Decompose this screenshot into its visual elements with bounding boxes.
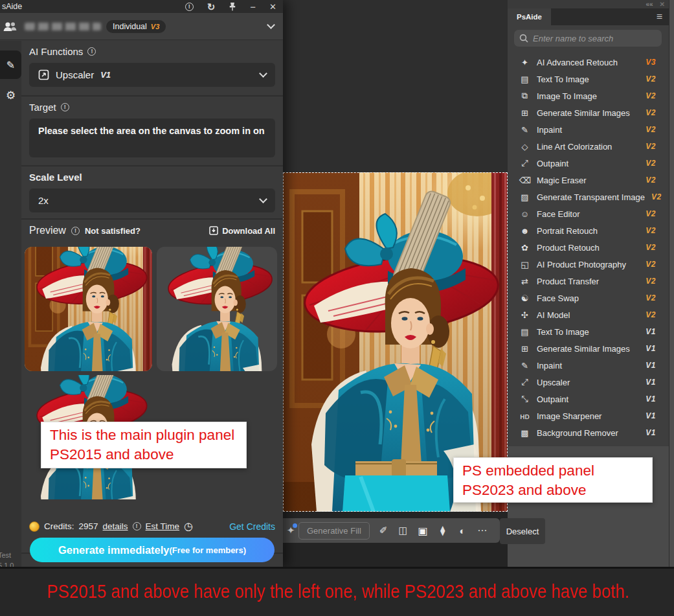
- invert-icon[interactable]: ◐: [455, 525, 469, 536]
- version-badge: V2: [646, 74, 656, 84]
- version-badge: V1: [646, 344, 656, 353]
- info-icon[interactable]: !: [133, 522, 141, 530]
- function-list-item[interactable]: ✎ Inpaint V1: [508, 357, 669, 374]
- taskbar-icons: ✐ ◫ ▣ ⧫ ◐ ⋯: [370, 525, 496, 537]
- pin-icon[interactable]: [229, 2, 236, 11]
- background-remover-icon: ▩: [519, 428, 530, 438]
- selected-function-version: V1: [100, 70, 111, 80]
- tab-psaide[interactable]: PsAide: [508, 8, 551, 25]
- tool-strip: ✎ ⚙ Test 5.1.0: [0, 41, 21, 567]
- function-list-item[interactable]: ☻ Portrait Retouch V2: [508, 222, 669, 239]
- panel-menu-icon[interactable]: ≡: [657, 8, 669, 25]
- upscaler-icon: [38, 69, 49, 80]
- version-badge: V2: [646, 310, 656, 319]
- function-label: Upscaler: [537, 378, 570, 387]
- version-badge: V2: [646, 125, 656, 134]
- close-icon[interactable]: ✕: [269, 3, 276, 11]
- panel-close-icon[interactable]: ✕: [660, 1, 665, 8]
- function-list-item[interactable]: ⇄ Product Transfer V2: [508, 273, 669, 290]
- function-list-item[interactable]: ʜᴅ Image Sharpener V1: [508, 407, 669, 424]
- panel-content: AI Functions ! Upscaler V1 Target !: [21, 41, 283, 567]
- generative-sparkle-icon[interactable]: ✦: [286, 525, 296, 536]
- panel-edge: [669, 0, 674, 567]
- brush-icon[interactable]: ✐: [376, 525, 390, 536]
- settings-gear-icon[interactable]: ⚙: [0, 85, 21, 106]
- function-list-item[interactable]: ✎ Inpaint V2: [508, 121, 669, 138]
- version-badge: V2: [646, 142, 656, 151]
- minimize-icon[interactable]: −: [250, 2, 256, 12]
- footer-section: Credits: 2957 details ! Est Time ◷ Get C…: [21, 518, 283, 567]
- download-all-button[interactable]: Download All: [209, 226, 275, 236]
- fill-bucket-icon[interactable]: ⧫: [436, 525, 450, 536]
- annotation-main-panel: This is the main plugin panel PS2015 and…: [41, 422, 247, 468]
- account-row[interactable]: Individual V3: [0, 13, 283, 40]
- info-icon[interactable]: !: [61, 103, 69, 111]
- function-list-item[interactable]: ☺ Face Editor V2: [508, 205, 669, 222]
- refresh-icon[interactable]: ↻: [207, 2, 216, 12]
- function-list-item[interactable]: ⌫ Magic Eraser V2: [508, 172, 669, 188]
- similar-images-icon: ⊞: [519, 108, 530, 118]
- generate-button[interactable]: Generate immediately (Free for members): [30, 538, 275, 562]
- generate-sublabel: (Free for members): [170, 545, 246, 555]
- panel-tab-bar: PsAide ≡: [508, 8, 669, 25]
- preview-thumbnail-1[interactable]: [25, 247, 152, 371]
- chevron-down-icon: [259, 69, 267, 78]
- scale-select[interactable]: 2x: [29, 188, 275, 212]
- function-select[interactable]: Upscaler V1: [29, 63, 275, 87]
- inpaint-icon: ✎: [519, 361, 530, 371]
- get-credits-link[interactable]: Get Credits: [229, 521, 275, 532]
- function-label: Face Editor: [537, 209, 579, 219]
- function-list-item[interactable]: ⊞ Generate Similar Images V2: [508, 104, 669, 121]
- search-box: [514, 30, 662, 47]
- function-list-item[interactable]: ⧉ Image To Image V2: [508, 87, 669, 104]
- info-icon[interactable]: !: [71, 227, 80, 235]
- details-link[interactable]: details: [103, 521, 128, 531]
- function-list-item[interactable]: ☯ Face Swap V2: [508, 290, 669, 306]
- face-editor-icon: ☺: [519, 209, 530, 219]
- version-badge: V1: [646, 361, 656, 370]
- function-list-item[interactable]: ⤡ Outpaint V1: [508, 391, 669, 407]
- est-time-link[interactable]: Est Time: [146, 521, 180, 531]
- refine-edge-icon[interactable]: ◫: [396, 525, 410, 536]
- edit-tool-button[interactable]: ✎: [0, 51, 21, 79]
- portrait-retouch-icon: ☻: [519, 226, 530, 236]
- scale-label: Scale Level: [29, 172, 82, 183]
- function-list-item[interactable]: ▩ Background Remover V1: [508, 424, 669, 441]
- function-list-item[interactable]: ◇ Line Art Colorization V2: [508, 138, 669, 155]
- not-satisfied-link[interactable]: Not satisfied?: [85, 226, 140, 236]
- image-sharpener-icon: ʜᴅ: [519, 411, 530, 421]
- deselect-button[interactable]: Deselect: [500, 518, 545, 544]
- info-icon[interactable]: !: [185, 3, 194, 11]
- function-list-item[interactable]: ⊞ Generate Similar Images V1: [508, 340, 669, 357]
- collapse-panel-icon[interactable]: ««: [646, 1, 653, 8]
- function-label: Magic Eraser: [537, 176, 587, 185]
- mask-icon[interactable]: ▣: [416, 525, 430, 537]
- function-list-item[interactable]: ✿ Product Retouch V2: [508, 239, 669, 256]
- function-list-item[interactable]: ✣ AI Model V2: [508, 306, 669, 323]
- more-options-icon[interactable]: ⋯: [475, 525, 489, 536]
- search-input[interactable]: [533, 34, 657, 43]
- function-label: Outpaint: [537, 159, 568, 168]
- main-plugin-panel: sAide ! ↻ − ✕ Individual: [0, 0, 283, 567]
- function-list-item[interactable]: ◱ AI Product Photography V2: [508, 256, 669, 273]
- function-label: Inpaint: [537, 361, 562, 371]
- redacted-username: [25, 23, 101, 30]
- chevron-down-icon[interactable]: [267, 21, 275, 29]
- function-list-item[interactable]: ▨ Generate Transparent Image V2: [508, 188, 669, 205]
- function-list-item[interactable]: ✦ AI Advanced Retouch V3: [508, 54, 669, 71]
- version-badge: V2: [646, 277, 656, 286]
- version-badge: V2: [646, 209, 656, 218]
- preview-thumbnail-2[interactable]: [157, 247, 277, 371]
- preview-label: Preview: [29, 225, 66, 236]
- function-list-item[interactable]: ▤ Text To Image V2: [508, 71, 669, 87]
- window-titlebar[interactable]: sAide ! ↻ − ✕: [0, 0, 283, 13]
- function-list-item[interactable]: ⤢ Upscaler V1: [508, 374, 669, 391]
- function-list-item[interactable]: ⤢ Outpaint V2: [508, 155, 669, 172]
- inpaint-icon: ✎: [519, 125, 530, 135]
- version-badge: V1: [646, 394, 656, 404]
- image-to-image-icon: ⧉: [519, 91, 530, 101]
- info-icon[interactable]: !: [87, 47, 96, 56]
- generative-fill-button[interactable]: Generative Fill: [298, 522, 370, 540]
- function-list-item[interactable]: ▤ Text To Image V1: [508, 323, 669, 340]
- function-label: Generate Transparent Image: [537, 192, 645, 202]
